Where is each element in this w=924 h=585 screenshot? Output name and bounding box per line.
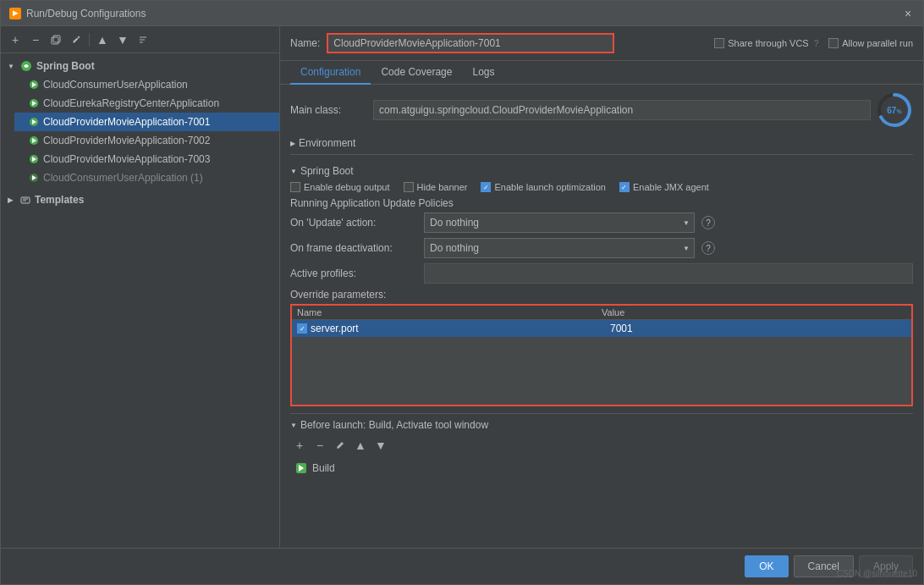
hide-banner-checkbox[interactable] [404,182,414,192]
build-item: Build [290,460,913,477]
update-action-select[interactable]: Do nothing [424,212,695,233]
tree-item-consumer-user-1[interactable]: CloudConsumerUserApplication (1) [14,168,279,187]
env-label: Environment [299,137,355,149]
spring-boot-checkboxes: Enable debug output Hide banner Enable l… [290,182,913,192]
before-launch-arrow: ▼ [290,422,297,429]
copy-config-button[interactable] [47,30,65,49]
hide-banner-option[interactable]: Hide banner [404,182,468,192]
share-vcs-checkbox[interactable] [714,38,724,48]
dialog-title: Run/Debug Configurations [26,8,146,19]
frame-deactivation-select[interactable]: Do nothing [424,238,695,258]
before-launch-up[interactable]: ▲ [351,436,370,455]
left-toolbar: + − ▲ ▼ [1,26,279,53]
parallel-run-option[interactable]: Allow parallel run [828,38,913,48]
settings-config-button[interactable] [67,30,85,49]
run-config-icon-6 [28,172,40,184]
tree-item-provider-7003[interactable]: CloudProviderMovieApplication-7003 [14,150,279,168]
before-launch-add[interactable]: + [290,436,309,455]
param-value-1: 7001 [610,323,906,334]
env-arrow: ▶ [290,140,295,147]
before-launch-section: ▼ Before launch: Build, Activate tool wi… [290,413,913,477]
override-label: Override parameters: [290,289,913,301]
parallel-run-checkbox[interactable] [828,38,839,48]
params-table-header: Name Value [292,306,911,320]
before-launch-label: Before launch: Build, Activate tool wind… [300,419,488,431]
jmx-agent-option[interactable]: Enable JMX agent [619,182,709,192]
launch-opt-checkbox[interactable] [481,182,491,192]
launch-opt-option[interactable]: Enable launch optimization [481,182,605,192]
tab-logs[interactable]: Logs [462,61,504,85]
before-launch-remove[interactable]: − [311,436,329,455]
before-launch-header: ▼ Before launch: Build, Activate tool wi… [290,419,913,431]
param-name-1: server.port [311,323,607,334]
templates-group[interactable]: ▶ Templates [1,190,279,209]
tree-item-provider-7002[interactable]: CloudProviderMovieApplication-7002 [14,131,279,150]
spring-boot-section-header[interactable]: ▼ Spring Boot [290,165,913,177]
tabs-bar: Configuration Code Coverage Logs [280,61,923,85]
move-up-button[interactable]: ▲ [93,30,112,49]
launch-opt-label: Enable launch optimization [494,182,605,192]
hide-banner-label: Hide banner [417,182,468,192]
sort-button[interactable] [134,30,152,49]
edit-icon [335,440,345,450]
name-input[interactable] [327,33,614,53]
run-config-icon-1 [28,79,40,91]
ok-button[interactable]: OK [745,555,788,577]
before-launch-down[interactable]: ▼ [371,436,390,455]
table-row[interactable]: server.port 7001 [292,320,911,337]
params-value-header: Value [602,307,906,317]
before-launch-edit[interactable] [331,436,349,455]
active-profiles-row: Active profiles: [290,263,913,284]
watermark: CSDN @silhouette10 [837,569,917,578]
frame-deactivation-row: On frame deactivation: Do nothing ▼ ? [290,238,913,258]
progress-text: 67% [887,106,901,115]
update-policy-row: On 'Update' action: Do nothing ▼ ? [290,212,913,233]
spring-boot-label: Spring Boot [36,60,95,72]
spring-boot-group[interactable]: ▼ Spring Boot [1,57,279,75]
tree-item-provider-7001[interactable]: CloudProviderMovieApplication-7001 [14,113,279,131]
svg-rect-0 [52,37,58,44]
wrench-icon [71,35,81,45]
debug-output-option[interactable]: Enable debug output [290,182,390,192]
run-config-icon-3 [28,116,40,128]
run-config-icon-2 [28,97,40,109]
jmx-agent-label: Enable JMX agent [633,182,709,192]
share-vcs-label: Share through VCS [728,38,808,48]
tree-item-eureka[interactable]: CloudEurekaRegistryCenterApplication [14,94,279,113]
update-action-label: On 'Update' action: [290,217,417,229]
policies-label: Running Application Update Policies [290,197,913,209]
add-config-button[interactable]: + [6,30,25,49]
frame-deactivation-select-wrapper: Do nothing ▼ [424,238,695,258]
spring-boot-section: ▼ Spring Boot Enable debug output Hide b… [290,154,913,258]
frame-help-icon[interactable]: ? [701,241,715,255]
jmx-agent-checkbox[interactable] [619,182,630,192]
close-button[interactable]: × [901,7,915,20]
separator-1 [89,33,90,47]
name-label: Name: [290,37,320,49]
tab-code-coverage[interactable]: Code Coverage [371,61,462,85]
active-profiles-input[interactable] [424,263,913,284]
update-help-icon[interactable]: ? [701,216,715,229]
name-row: Name: Share through VCS ? Allow parallel… [280,26,923,61]
copy-icon [51,35,61,45]
tree-item-consumer-user[interactable]: CloudConsumerUserApplication [14,75,279,94]
environment-section[interactable]: ▶ Environment [290,134,913,152]
main-class-label: Main class: [290,104,366,116]
debug-output-checkbox[interactable] [290,182,300,192]
update-action-select-wrapper: Do nothing ▼ [424,212,695,233]
param-checkbox-1[interactable] [297,323,307,334]
share-vcs-option[interactable]: Share through VCS ? [714,38,818,48]
run-debug-dialog: ▶ Run/Debug Configurations × + − [0,0,924,585]
debug-output-label: Enable debug output [304,182,390,192]
move-down-button[interactable]: ▼ [113,30,132,49]
run-config-icon-5 [28,153,40,165]
active-profiles-label: Active profiles: [290,268,417,279]
progress-indicator: 67% [876,91,913,129]
tab-configuration[interactable]: Configuration [290,61,371,85]
templates-icon [19,194,31,206]
params-name-header: Name [297,307,602,317]
main-content: + − ▲ ▼ [1,26,923,548]
spring-boot-icon [19,59,33,73]
remove-config-button[interactable]: − [26,30,45,49]
main-class-row: Main class: com.atguigu.springcloud.Clou… [290,91,913,129]
